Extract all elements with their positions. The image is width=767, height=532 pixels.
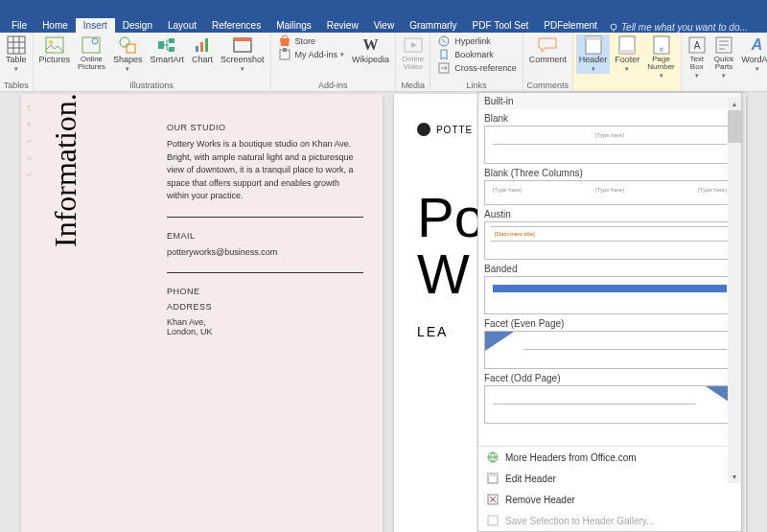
gallery-item-banded[interactable]: Banded <box>484 264 735 274</box>
chart-icon <box>193 35 212 55</box>
hero-sub: LEA <box>417 324 448 339</box>
quickparts-label: QuickParts <box>714 56 733 71</box>
myaddins-button[interactable]: My Add-ins▾ <box>274 48 348 61</box>
pagenum-label: PageNumber <box>647 56 674 71</box>
scroll-up-icon[interactable]: ▴ <box>728 97 741 110</box>
chevron-down-icon: ▾ <box>695 72 699 80</box>
edit-header-item[interactable]: Edit Header <box>478 468 741 489</box>
tab-mailings[interactable]: Mailings <box>268 18 319 33</box>
tab-home[interactable]: Home <box>35 18 76 33</box>
remove-header-item[interactable]: Remove Header <box>478 489 741 510</box>
tab-design[interactable]: Design <box>115 18 160 33</box>
chart-button[interactable]: Chart <box>189 35 216 65</box>
svg-rect-11 <box>196 46 198 52</box>
gallery-item-facet-even[interactable]: Facet (Even Page) <box>484 318 735 329</box>
online-video-button[interactable]: OnlineVideo <box>399 35 427 72</box>
group-tables: Table ▾ Tables <box>0 33 34 91</box>
preview-blank3col[interactable]: [Type here] [Type here] [Type here] <box>484 180 735 205</box>
pictures-button[interactable]: Pictures <box>36 35 74 65</box>
tab-view[interactable]: View <box>366 18 403 33</box>
preview-placeholder: [Type here] <box>493 187 522 193</box>
video-icon <box>404 35 423 55</box>
crossref-label: Cross-reference <box>454 64 517 73</box>
screenshot-label: Screenshot <box>221 56 265 64</box>
tab-grammarly[interactable]: Grammarly <box>402 18 464 33</box>
tab-review[interactable]: Review <box>319 18 366 33</box>
screenshot-icon <box>233 35 252 55</box>
tab-pdfelement[interactable]: PDFelement <box>536 18 605 33</box>
quickparts-button[interactable]: QuickParts▾ <box>711 35 736 81</box>
gallery-item-blank3col[interactable]: Blank (Three Columns) <box>484 168 735 178</box>
gallery-item-austin[interactable]: Austin <box>484 209 735 220</box>
tab-layout[interactable]: Layout <box>160 18 204 33</box>
header-button[interactable]: Header▾ <box>576 35 611 74</box>
svg-rect-8 <box>158 41 164 49</box>
online-pictures-label: OnlinePictures <box>78 56 105 71</box>
tab-insert[interactable]: Insert <box>76 18 115 33</box>
formatting-marks: ¶¶↵↵↵ <box>27 100 34 184</box>
footer-button[interactable]: Footer▾ <box>612 35 642 74</box>
preview-banded[interactable] <box>484 276 735 314</box>
shapes-button[interactable]: Shapes▾ <box>110 35 146 74</box>
pagenum-icon: # <box>652 35 671 55</box>
svg-point-0 <box>611 24 616 30</box>
wikipedia-button[interactable]: WWikipedia <box>349 35 392 65</box>
comment-icon <box>538 35 557 55</box>
phone-heading: PHONE <box>167 287 363 296</box>
footer-label: Footer <box>615 56 639 64</box>
hyperlink-button[interactable]: Hyperlink <box>433 35 520 48</box>
pagenum-button[interactable]: #PageNumber▾ <box>644 35 677 81</box>
logo-text: POTTE <box>436 125 473 135</box>
footer-icon <box>617 35 637 55</box>
group-hf-label <box>576 81 678 91</box>
chevron-down-icon: ▾ <box>755 65 759 73</box>
svg-text:A: A <box>693 40 700 51</box>
lightbulb-icon <box>609 23 618 33</box>
ribbon: Table ▾ Tables Pictures OnlinePictures S… <box>0 33 767 92</box>
gallery-scrollbar[interactable]: ▴ ▾ <box>728 110 741 470</box>
edit-header-label: Edit Header <box>505 474 556 484</box>
address-line2: London, UK <box>167 327 363 336</box>
store-button[interactable]: Store <box>274 35 348 48</box>
chevron-down-icon: ▾ <box>592 65 595 73</box>
tell-me-search[interactable]: Tell me what you want to do... <box>609 22 748 33</box>
tab-references[interactable]: References <box>204 18 268 33</box>
tab-file[interactable]: File <box>4 18 35 33</box>
preview-facet-odd[interactable] <box>484 385 735 424</box>
preview-austin[interactable]: [Document title] <box>484 221 735 260</box>
group-hf: Header▾ Footer▾ #PageNumber▾ <box>573 33 682 91</box>
textbox-icon: A <box>687 35 707 55</box>
gallery-item-facet-odd[interactable]: Facet (Odd Page) <box>484 373 735 383</box>
video-label: OnlineVideo <box>402 56 424 71</box>
bookmark-button[interactable]: Bookmark <box>433 48 520 61</box>
tab-pdftoolset[interactable]: PDF Tool Set <box>465 18 537 33</box>
gallery-item-blank[interactable]: Blank <box>484 113 735 124</box>
wordart-icon: A <box>748 35 767 55</box>
screenshot-button[interactable]: Screenshot▾ <box>218 35 267 74</box>
crossref-button[interactable]: Cross-reference <box>433 61 520 75</box>
edit-icon <box>486 472 500 485</box>
smartart-button[interactable]: SmartArt <box>147 35 187 65</box>
wordart-label: WordArt <box>741 56 767 64</box>
myaddins-label: My Add-ins <box>295 51 338 59</box>
table-label: Table <box>6 56 27 64</box>
scrollbar-thumb[interactable] <box>728 110 741 143</box>
scroll-down-icon[interactable]: ▾ <box>728 470 741 483</box>
svg-point-5 <box>92 38 98 44</box>
save-icon <box>486 514 500 527</box>
online-pictures-button[interactable]: OnlinePictures <box>75 35 108 72</box>
group-links-label: Links <box>433 81 520 91</box>
address-line1: Khan Ave, <box>167 317 363 327</box>
wordart-button[interactable]: AWordArt▾ <box>738 35 767 74</box>
preview-facet-even[interactable] <box>484 331 735 369</box>
gallery-scroll[interactable]: Blank [Type here] Blank (Three Columns) … <box>478 109 741 446</box>
chevron-down-icon: ▾ <box>625 65 629 73</box>
page-1[interactable]: ¶¶↵↵↵ Information. OUR STUDIO Pottery Wo… <box>21 94 383 532</box>
table-button[interactable]: Table ▾ <box>3 35 30 74</box>
preview-blank[interactable]: [Type here] <box>484 126 735 164</box>
group-addins: Store My Add-ins▾ WWikipedia Add-ins <box>271 33 397 91</box>
more-headers-item[interactable]: More Headers from Office.com▸ <box>478 447 741 468</box>
textbox-button[interactable]: ATextBox▾ <box>685 35 709 81</box>
group-text: ATextBox▾ QuickParts▾ AWordArt▾ ADropCap… <box>682 33 767 91</box>
comment-button[interactable]: Comment <box>526 35 569 65</box>
